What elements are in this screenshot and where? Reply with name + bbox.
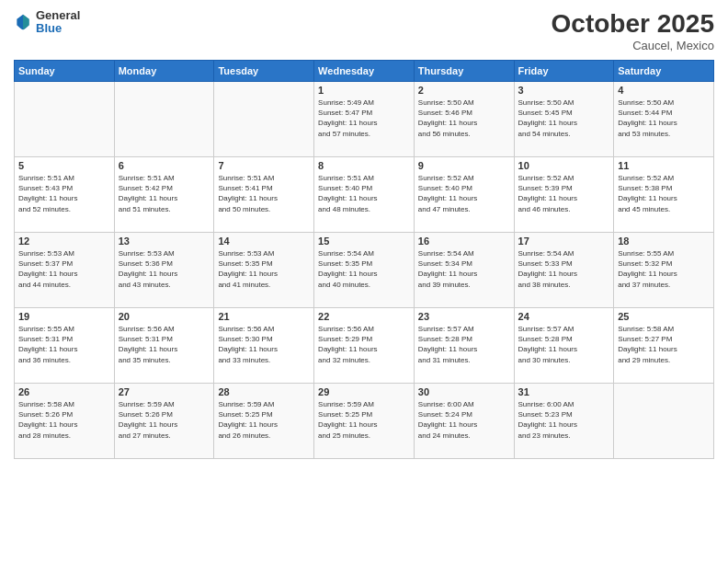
day-info: Sunrise: 6:00 AM Sunset: 5:24 PM Dayligh…	[418, 399, 510, 441]
calendar-cell: 12Sunrise: 5:53 AM Sunset: 5:37 PM Dayli…	[15, 233, 115, 308]
header: General Blue October 2025 Caucel, Mexico	[14, 9, 714, 52]
day-number: 8	[318, 160, 410, 171]
calendar-cell: 1Sunrise: 5:49 AM Sunset: 5:47 PM Daylig…	[314, 82, 415, 157]
day-number: 21	[218, 311, 310, 322]
col-monday: Monday	[114, 61, 214, 82]
col-saturday: Saturday	[614, 61, 714, 82]
day-info: Sunrise: 5:51 AM Sunset: 5:40 PM Dayligh…	[318, 173, 410, 214]
day-info: Sunrise: 5:51 AM Sunset: 5:42 PM Dayligh…	[119, 173, 210, 214]
day-number: 22	[318, 311, 410, 322]
day-info: Sunrise: 5:50 AM Sunset: 5:44 PM Dayligh…	[618, 98, 710, 139]
day-number: 2	[418, 85, 510, 96]
day-number: 13	[119, 236, 210, 247]
day-number: 10	[518, 160, 610, 171]
calendar-cell: 11Sunrise: 5:52 AM Sunset: 5:38 PM Dayli…	[614, 157, 714, 233]
calendar-cell: 21Sunrise: 5:56 AM Sunset: 5:30 PM Dayli…	[214, 308, 314, 384]
day-number: 20	[119, 311, 210, 322]
day-info: Sunrise: 5:59 AM Sunset: 5:25 PM Dayligh…	[218, 399, 310, 441]
calendar-cell: 7Sunrise: 5:51 AM Sunset: 5:41 PM Daylig…	[214, 157, 314, 233]
day-info: Sunrise: 5:54 AM Sunset: 5:35 PM Dayligh…	[318, 248, 410, 290]
day-number: 14	[218, 236, 310, 247]
day-info: Sunrise: 5:52 AM Sunset: 5:39 PM Dayligh…	[518, 173, 610, 214]
col-sunday: Sunday	[15, 61, 115, 82]
day-info: Sunrise: 5:56 AM Sunset: 5:29 PM Dayligh…	[318, 324, 410, 365]
day-number: 6	[119, 160, 210, 171]
day-info: Sunrise: 5:50 AM Sunset: 5:45 PM Dayligh…	[518, 98, 610, 139]
calendar-cell: 23Sunrise: 5:57 AM Sunset: 5:28 PM Dayli…	[414, 308, 514, 384]
calendar-cell: 14Sunrise: 5:53 AM Sunset: 5:35 PM Dayli…	[214, 233, 314, 308]
day-info: Sunrise: 5:56 AM Sunset: 5:31 PM Dayligh…	[119, 324, 210, 365]
day-number: 17	[518, 236, 610, 247]
day-info: Sunrise: 5:51 AM Sunset: 5:43 PM Dayligh…	[18, 173, 110, 214]
day-info: Sunrise: 5:57 AM Sunset: 5:28 PM Dayligh…	[518, 324, 610, 365]
calendar-cell: 22Sunrise: 5:56 AM Sunset: 5:29 PM Dayli…	[314, 308, 415, 384]
header-row: Sunday Monday Tuesday Wednesday Thursday…	[15, 61, 714, 82]
calendar-cell: 2Sunrise: 5:50 AM Sunset: 5:46 PM Daylig…	[414, 82, 514, 157]
calendar-cell	[214, 82, 314, 157]
calendar-cell: 29Sunrise: 5:59 AM Sunset: 5:25 PM Dayli…	[314, 384, 415, 459]
day-info: Sunrise: 5:58 AM Sunset: 5:26 PM Dayligh…	[18, 399, 110, 441]
day-number: 15	[318, 236, 410, 247]
day-number: 29	[318, 386, 410, 397]
day-number: 1	[318, 85, 410, 96]
calendar-cell: 4Sunrise: 5:50 AM Sunset: 5:44 PM Daylig…	[614, 82, 714, 157]
week-row-1: 1Sunrise: 5:49 AM Sunset: 5:47 PM Daylig…	[15, 82, 714, 157]
day-info: Sunrise: 5:53 AM Sunset: 5:35 PM Dayligh…	[218, 248, 310, 290]
day-number: 3	[518, 85, 610, 96]
calendar-cell: 6Sunrise: 5:51 AM Sunset: 5:42 PM Daylig…	[114, 157, 214, 233]
day-number: 18	[618, 236, 710, 247]
day-info: Sunrise: 5:53 AM Sunset: 5:37 PM Dayligh…	[18, 248, 110, 290]
page: General Blue October 2025 Caucel, Mexico…	[0, 0, 728, 563]
calendar-table: Sunday Monday Tuesday Wednesday Thursday…	[14, 60, 714, 459]
calendar-cell: 31Sunrise: 6:00 AM Sunset: 5:23 PM Dayli…	[514, 384, 614, 459]
calendar-cell: 5Sunrise: 5:51 AM Sunset: 5:43 PM Daylig…	[15, 157, 115, 233]
title-block: October 2025 Caucel, Mexico	[552, 9, 714, 52]
day-info: Sunrise: 5:57 AM Sunset: 5:28 PM Dayligh…	[418, 324, 510, 365]
calendar-cell: 18Sunrise: 5:55 AM Sunset: 5:32 PM Dayli…	[614, 233, 714, 308]
logo-blue-text: Blue	[36, 22, 80, 35]
day-info: Sunrise: 5:58 AM Sunset: 5:27 PM Dayligh…	[618, 324, 710, 365]
day-info: Sunrise: 5:55 AM Sunset: 5:31 PM Dayligh…	[18, 324, 110, 365]
calendar-cell: 28Sunrise: 5:59 AM Sunset: 5:25 PM Dayli…	[214, 384, 314, 459]
calendar-cell: 17Sunrise: 5:54 AM Sunset: 5:33 PM Dayli…	[514, 233, 614, 308]
day-number: 27	[119, 386, 210, 397]
calendar-cell: 24Sunrise: 5:57 AM Sunset: 5:28 PM Dayli…	[514, 308, 614, 384]
day-number: 24	[518, 311, 610, 322]
calendar-cell: 27Sunrise: 5:59 AM Sunset: 5:26 PM Dayli…	[114, 384, 214, 459]
logo-general-text: General	[36, 9, 80, 22]
calendar-cell	[614, 384, 714, 459]
day-number: 30	[418, 386, 510, 397]
week-row-3: 12Sunrise: 5:53 AM Sunset: 5:37 PM Dayli…	[15, 233, 714, 308]
day-info: Sunrise: 5:59 AM Sunset: 5:25 PM Dayligh…	[318, 399, 410, 441]
calendar-cell: 25Sunrise: 5:58 AM Sunset: 5:27 PM Dayli…	[614, 308, 714, 384]
calendar-cell: 9Sunrise: 5:52 AM Sunset: 5:40 PM Daylig…	[414, 157, 514, 233]
day-number: 11	[618, 160, 710, 171]
col-wednesday: Wednesday	[314, 61, 415, 82]
calendar-cell: 26Sunrise: 5:58 AM Sunset: 5:26 PM Dayli…	[15, 384, 115, 459]
calendar-cell: 30Sunrise: 6:00 AM Sunset: 5:24 PM Dayli…	[414, 384, 514, 459]
day-info: Sunrise: 5:52 AM Sunset: 5:38 PM Dayligh…	[618, 173, 710, 214]
day-number: 23	[418, 311, 510, 322]
location: Caucel, Mexico	[552, 39, 714, 52]
calendar-cell	[15, 82, 115, 157]
calendar-cell: 15Sunrise: 5:54 AM Sunset: 5:35 PM Dayli…	[314, 233, 415, 308]
calendar-cell: 19Sunrise: 5:55 AM Sunset: 5:31 PM Dayli…	[15, 308, 115, 384]
day-number: 19	[18, 311, 110, 322]
logo: General Blue	[14, 9, 80, 36]
day-info: Sunrise: 5:54 AM Sunset: 5:33 PM Dayligh…	[518, 248, 610, 290]
calendar-cell: 3Sunrise: 5:50 AM Sunset: 5:45 PM Daylig…	[514, 82, 614, 157]
calendar-cell	[114, 82, 214, 157]
day-info: Sunrise: 5:52 AM Sunset: 5:40 PM Dayligh…	[418, 173, 510, 214]
day-number: 7	[218, 160, 310, 171]
day-info: Sunrise: 5:53 AM Sunset: 5:36 PM Dayligh…	[119, 248, 210, 290]
logo-icon	[14, 13, 32, 31]
calendar-cell: 20Sunrise: 5:56 AM Sunset: 5:31 PM Dayli…	[114, 308, 214, 384]
day-number: 16	[418, 236, 510, 247]
week-row-5: 26Sunrise: 5:58 AM Sunset: 5:26 PM Dayli…	[15, 384, 714, 459]
day-info: Sunrise: 5:50 AM Sunset: 5:46 PM Dayligh…	[418, 98, 510, 139]
day-number: 31	[518, 386, 610, 397]
day-info: Sunrise: 5:51 AM Sunset: 5:41 PM Dayligh…	[218, 173, 310, 214]
col-tuesday: Tuesday	[214, 61, 314, 82]
day-number: 9	[418, 160, 510, 171]
calendar-cell: 8Sunrise: 5:51 AM Sunset: 5:40 PM Daylig…	[314, 157, 415, 233]
